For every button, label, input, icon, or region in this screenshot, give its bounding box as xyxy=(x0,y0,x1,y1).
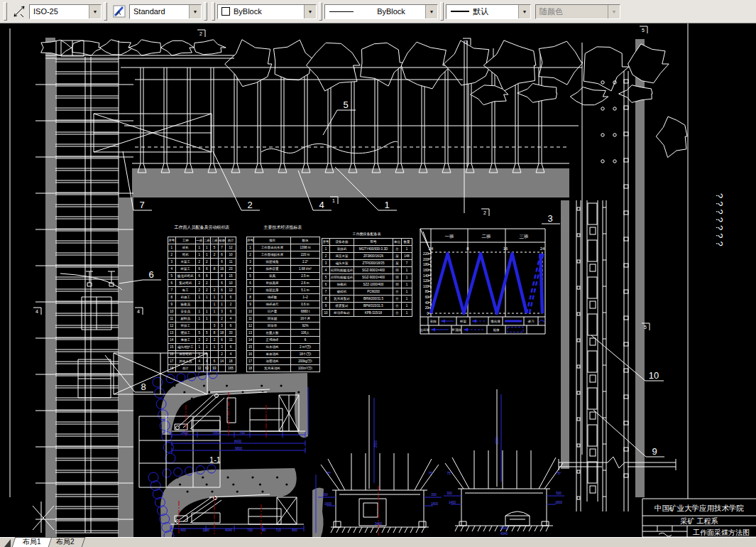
color-value: ByBlock xyxy=(230,7,304,16)
svg-text:160: 160 xyxy=(423,269,429,272)
svg-text:7050: 7050 xyxy=(212,431,220,435)
personnel-table-title: 工作面人员配备及劳动组织表 xyxy=(160,224,243,231)
table-row: 13攉煤工5581833 xyxy=(168,330,236,337)
svg-text:2500: 2500 xyxy=(374,440,378,448)
table-header-row: 序号设备名称型号单位数量 xyxy=(322,239,412,246)
table-row: 8乳化液泵站BRW200/31.5台1 xyxy=(322,296,412,303)
color-control-combo[interactable]: ByBlock ▼ xyxy=(217,4,317,19)
toolbar-grip[interactable] xyxy=(104,2,107,21)
svg-text:700: 700 xyxy=(247,529,253,532)
table-row: 10安全员11136 xyxy=(168,308,236,315)
svg-text:2: 2 xyxy=(483,210,486,215)
svg-text:800: 800 xyxy=(292,529,297,532)
svg-text:1800: 1800 xyxy=(555,501,563,504)
svg-text:1600: 1600 xyxy=(324,502,332,506)
svg-text:75°: 75° xyxy=(327,472,332,475)
table-row: 6泵站司机22610 xyxy=(168,280,236,287)
toolbar-grip[interactable] xyxy=(4,2,7,21)
plot-style-combo: 随颜色 ▼ xyxy=(535,4,620,19)
indicators-table: 序号项目数值1工作面走向长度1398 m2工作面倾斜长度220 m3煤层倾角2.… xyxy=(246,237,319,372)
dim-style-icon[interactable] xyxy=(11,4,27,19)
svg-text:4040: 4040 xyxy=(225,529,233,532)
linetype-value: ByBlock xyxy=(354,7,425,16)
table-row: 11回采期16个月 xyxy=(247,315,320,323)
indicators-table-title: 主要技术经济指标表 xyxy=(239,224,327,231)
table-row: 12回采率92% xyxy=(247,323,320,330)
table-row: 6转载机SZZ-1000/400部1 xyxy=(322,281,412,288)
table-row: 2液压支架ZF3800/16/26架148 xyxy=(322,253,412,260)
table-row: 1班长115712 xyxy=(168,244,236,251)
table-row: 1工作面走向长度1398 m xyxy=(247,244,320,251)
svg-text:140: 140 xyxy=(423,274,429,278)
svg-text:4: 4 xyxy=(319,200,324,210)
svg-text:0: 0 xyxy=(427,312,429,315)
table-row: 10移动变电站KPB-315/18台1 xyxy=(322,310,412,317)
svg-text:85: 85 xyxy=(262,529,266,532)
lineweight-sample xyxy=(451,11,469,12)
lineweight-control-combo[interactable]: 默认 ▼ xyxy=(446,4,531,19)
table-row: 5采高2.5 m xyxy=(247,273,320,280)
table-row: 4前部刮板输送机SGZ-900/2×400部1 xyxy=(322,267,412,274)
svg-text:3600: 3600 xyxy=(500,526,508,530)
table-row: 4煤的容重1.68 t/m³ xyxy=(247,266,320,273)
table-row: 9循环进尺0.6 m xyxy=(247,301,320,308)
svg-text:24: 24 xyxy=(540,247,545,251)
text-style-value: Standard xyxy=(130,7,189,16)
chevron-down-icon[interactable]: ▼ xyxy=(189,5,201,18)
svg-text:300: 300 xyxy=(431,493,437,497)
text-style-combo[interactable]: Standard ▼ xyxy=(129,4,202,19)
tab-layout1[interactable]: 布局1 xyxy=(12,537,52,547)
toolbar-grip[interactable] xyxy=(212,2,215,21)
text-style-icon[interactable]: A xyxy=(111,4,127,19)
table-row: 8机修工11136 xyxy=(168,294,236,301)
table-row: 18乳化液消耗100m³/万t xyxy=(247,365,320,372)
dim-style-combo[interactable]: ISO-25 ▼ xyxy=(29,4,102,19)
object-properties-toolbar: ISO-25 ▼ A Standard ▼ ByBlock ▼ ByBlock … xyxy=(0,0,756,23)
dim-style-value: ISO-25 xyxy=(30,7,89,16)
svg-text:2: 2 xyxy=(247,200,252,210)
svg-text:100: 100 xyxy=(423,285,429,288)
table-row: 2工作面倾斜长度220 m xyxy=(247,251,320,259)
svg-text:75°: 75° xyxy=(447,472,452,475)
tab-scroll-icon[interactable] xyxy=(4,539,11,547)
svg-text:400: 400 xyxy=(180,529,186,532)
svg-text:割煤: 割煤 xyxy=(430,320,437,323)
table-row: 7煤层总厚5.1 m xyxy=(247,287,320,294)
svg-text:6: 6 xyxy=(148,269,153,280)
svg-text:2: 2 xyxy=(199,31,202,36)
table-row: 13在册人数106人 xyxy=(247,330,320,337)
svg-text:300: 300 xyxy=(447,492,452,495)
table-row: 14正规循环6 xyxy=(247,337,320,344)
svg-text:3: 3 xyxy=(547,213,552,224)
svg-text:75°: 75° xyxy=(429,472,434,475)
svg-text:1: 1 xyxy=(332,198,335,203)
toolbar-grip[interactable] xyxy=(204,2,207,21)
svg-text:220: 220 xyxy=(423,252,429,256)
table-row: 8循环数1~2 xyxy=(247,294,320,301)
svg-text:300: 300 xyxy=(322,493,328,497)
table-row: 4移架工6681623 xyxy=(168,266,236,273)
svg-text:9800: 9800 xyxy=(235,447,243,450)
svg-text:24: 24 xyxy=(429,247,434,251)
table-row: 18合计326393165 xyxy=(168,365,236,372)
table-row: 17油脂消耗200kg/万t xyxy=(247,358,320,365)
chevron-down-icon[interactable]: ▼ xyxy=(518,5,530,18)
toolbar-grip[interactable] xyxy=(440,2,444,21)
svg-text:5: 5 xyxy=(644,325,647,330)
chevron-down-icon[interactable]: ▼ xyxy=(425,5,437,18)
toolbar-grip[interactable] xyxy=(319,2,322,21)
chevron-down-icon[interactable]: ▼ xyxy=(304,5,316,18)
svg-text:500: 500 xyxy=(556,492,561,495)
svg-text:8: 8 xyxy=(141,381,146,392)
model-space-canvas[interactable]: 2202001801601401201008060402002481624一班二… xyxy=(0,0,756,547)
svg-text:检修: 检修 xyxy=(493,328,500,332)
svg-text:715: 715 xyxy=(275,529,281,532)
svg-text:2500: 2500 xyxy=(495,436,499,444)
table-row: 16皮带司机1124 xyxy=(168,351,236,358)
table-header-row: 序号工种一班二班三班检修合计 xyxy=(168,237,236,244)
svg-text:10: 10 xyxy=(649,370,659,381)
svg-text:3: 3 xyxy=(465,40,468,45)
linetype-control-combo[interactable]: ByBlock ▼ xyxy=(324,4,438,19)
chevron-down-icon[interactable]: ▼ xyxy=(89,5,101,18)
table-row: 3支架工22611 xyxy=(168,259,236,266)
